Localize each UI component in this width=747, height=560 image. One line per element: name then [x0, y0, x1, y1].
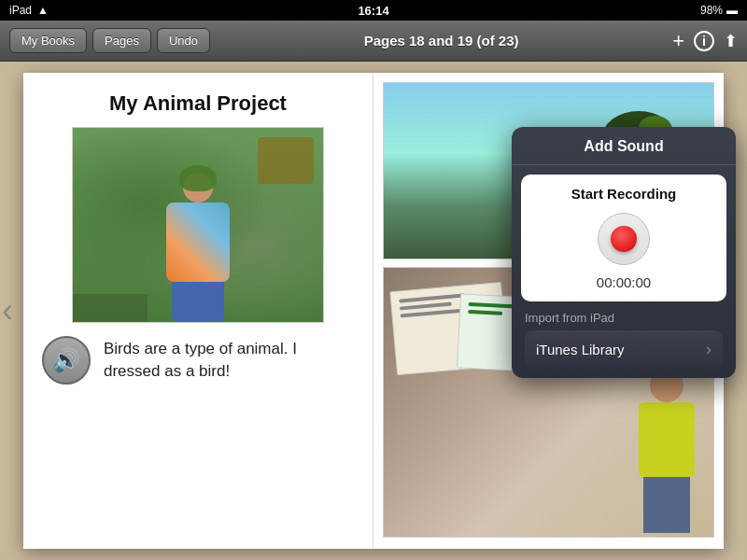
speaker-icon: 🔊 — [52, 347, 80, 373]
page-info: Pages 18 and 19 — [364, 33, 473, 49]
chevron-right-icon: › — [706, 340, 712, 359]
record-button[interactable] — [598, 213, 650, 265]
main-area: My Animal Project — [0, 62, 747, 560]
toolbar: My Books Pages Undo Pages 18 and 19 (of … — [0, 21, 747, 62]
left-page: My Animal Project — [23, 73, 374, 549]
recording-card: Start Recording 00:00:00 — [521, 175, 726, 301]
start-recording-label: Start Recording — [571, 186, 677, 202]
prev-page-button[interactable]: ‹ — [2, 294, 13, 328]
toolbar-right: + i ⬆ — [672, 31, 738, 51]
sound-button[interactable]: 🔊 — [42, 336, 91, 385]
status-bar: iPad ▲ 16:14 98% ▬ — [0, 0, 747, 21]
my-books-button[interactable]: My Books — [9, 28, 87, 53]
add-sound-popup: Add Sound Start Recording 00:00:00 Impor… — [512, 127, 736, 378]
undo-button[interactable]: Undo — [157, 28, 210, 53]
page-title: My Animal Project — [42, 91, 354, 116]
battery-label: 98% — [700, 4, 723, 17]
wifi-icon: ▲ — [37, 4, 49, 17]
add-button[interactable]: + — [672, 31, 684, 51]
popup-title: Add Sound — [512, 127, 736, 165]
battery-icon: ▬ — [726, 4, 738, 17]
pages-button[interactable]: Pages — [92, 28, 151, 53]
device-label: iPad — [9, 4, 32, 17]
time-display: 00:00:00 — [597, 274, 651, 290]
popup-body: Start Recording 00:00:00 Import from iPa… — [512, 165, 736, 378]
status-time: 16:14 — [358, 4, 388, 18]
itunes-library-row[interactable]: iTunes Library › — [525, 330, 723, 369]
text-section: 🔊 Birds are a type of animal. I dressed … — [42, 336, 354, 385]
page-count: (of 23) — [477, 33, 519, 49]
import-label: Import from iPad — [525, 301, 723, 330]
toolbar-center: Pages 18 and 19 (of 23) — [216, 33, 667, 49]
share-button[interactable]: ⬆ — [724, 33, 738, 49]
itunes-label: iTunes Library — [536, 342, 624, 357]
left-photo — [72, 127, 324, 323]
bird-text: Birds are a type of animal. I dressed as… — [104, 338, 354, 383]
child-costume-figure — [151, 173, 245, 322]
record-indicator — [611, 226, 637, 252]
info-button[interactable]: i — [694, 31, 714, 51]
